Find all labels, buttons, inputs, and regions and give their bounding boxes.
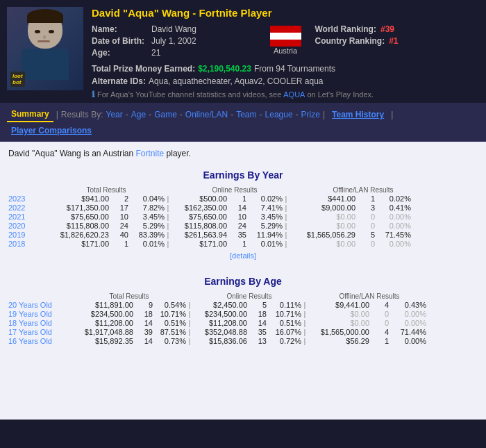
svg-rect-0 <box>270 26 301 33</box>
year-sep2: | <box>283 204 290 212</box>
age-offline-money: $1,565,000.00 <box>308 328 369 336</box>
nav-online-lan[interactable]: Online/LAN <box>185 110 228 119</box>
info-icon: ℹ <box>92 90 95 99</box>
nav-team-history[interactable]: Team History <box>328 108 388 122</box>
age-total-money: $11,208.00 <box>71 319 133 327</box>
year-online-pct: 5.29% <box>246 222 283 230</box>
age-offline-num: 4 <box>369 328 389 336</box>
year-offline-money: $0.00 <box>290 222 355 230</box>
nav-team[interactable]: Team <box>236 110 256 119</box>
year-offline-money: $9,000.00 <box>290 204 355 212</box>
age-offline-pct: 0.00% <box>389 337 426 345</box>
age-sep1: | <box>186 337 193 345</box>
name-value: David Wang <box>151 24 196 34</box>
earnings-by-year-title: Earnings By Year <box>8 169 478 181</box>
age-total-num: 9 <box>133 301 153 309</box>
year-offline-money: $441.00 <box>290 194 355 203</box>
year-total-money: $1,826,620.23 <box>43 231 109 239</box>
age-online-money: $15,836.06 <box>193 337 247 345</box>
age-offline-num: 0 <box>369 310 389 318</box>
year-online-num: 14 <box>227 204 246 212</box>
year-table-row: 2021 $75,650.00 10 3.45% | $75,650.00 10… <box>8 213 478 221</box>
year-online-pct: 3.45% <box>246 213 283 221</box>
year-total-pct: 3.45% <box>128 213 165 221</box>
age-table-row: 19 Years Old $234,500.00 18 10.71% | $23… <box>8 310 478 318</box>
year-offline-money: $0.00 <box>290 213 355 221</box>
player-info: David "Aqua" Wang - Fortnite Player Name… <box>92 7 479 99</box>
year-offline-money: $0.00 <box>290 240 355 248</box>
alt-ids-value: Aqua, aquathecheater, Aquav2, COOLER aqu… <box>149 76 324 86</box>
year-total-pct: 83.39% <box>128 231 165 239</box>
name-label: Name: <box>92 24 147 34</box>
svg-rect-1 <box>270 33 301 40</box>
year-offline-num: 0 <box>355 240 375 248</box>
age-total-money: $15,892.35 <box>71 337 133 345</box>
nav-league[interactable]: League <box>265 110 293 119</box>
age-online-pct: 0.51% <box>267 319 301 327</box>
age-offline-pct: 71.44% <box>389 328 426 336</box>
prize-label: Total Prize Money Earned: <box>92 64 195 74</box>
svg-rect-2 <box>270 40 301 47</box>
year-online-num: 35 <box>227 231 246 239</box>
age-online-header: Online Results <box>194 292 304 300</box>
nav-game[interactable]: Game <box>154 110 177 119</box>
age-total-pct: 10.71% <box>153 310 186 318</box>
year-total-num: 1 <box>109 240 128 248</box>
youtube-link[interactable]: AQUA <box>283 90 305 99</box>
age-table-row: 17 Years Old $1,917,048.88 39 87.51% | $… <box>8 328 478 336</box>
year-online-money: $75,650.00 <box>171 213 227 221</box>
age-cell: 20 Years Old <box>8 301 71 309</box>
nav-summary[interactable]: Summary <box>7 107 53 122</box>
age-sep2: | <box>301 310 308 318</box>
year-sep1: | <box>165 213 171 221</box>
year-sep2: | <box>283 240 290 248</box>
world-ranking-value: #39 <box>380 24 394 34</box>
year-online-pct: 0.02% <box>246 194 283 203</box>
age-sep1: | <box>186 310 193 318</box>
year-total-pct: 0.04% <box>128 194 165 203</box>
age-table-row: 20 Years Old $11,891.00 9 0.54% | $2,450… <box>8 301 478 309</box>
year-online-num: 10 <box>227 213 246 221</box>
age-offline-pct: 0.00% <box>389 319 426 327</box>
year-online-money: $261,563.94 <box>171 231 227 239</box>
age-offline-money: $56.29 <box>308 337 369 345</box>
main-content: David "Aqua" Wang is an Austrian Fortnit… <box>0 142 486 420</box>
year-online-pct: 7.41% <box>246 204 283 212</box>
year-offline-num: 1 <box>355 194 375 203</box>
dob-label: Date of Birth: <box>92 36 147 46</box>
nav-player-comparisons[interactable]: Player Comparisons <box>7 124 96 138</box>
nav-prize[interactable]: Prize <box>301 110 320 119</box>
nav-sep-1: | <box>56 110 58 119</box>
year-details-link[interactable]: [details] <box>230 251 256 260</box>
age-online-pct: 16.07% <box>267 328 301 336</box>
age-offline-pct: 0.43% <box>389 301 426 309</box>
year-cell: 2020 <box>8 222 43 230</box>
year-total-pct: 7.82% <box>128 204 165 212</box>
age-total-money: $1,917,048.88 <box>71 328 133 336</box>
year-offline-num: 3 <box>355 204 375 212</box>
year-total-money: $75,650.00 <box>43 213 109 221</box>
age-offline-pct: 0.00% <box>389 310 426 318</box>
nav-sep-3: | <box>391 110 393 119</box>
country-ranking-label: Country Ranking: <box>315 36 385 46</box>
prize-suffix: From 94 Tournaments <box>254 64 335 74</box>
alt-ids-label: Alternate IDs: <box>92 76 146 86</box>
nav-year[interactable]: Year <box>106 110 123 119</box>
year-sep1: | <box>165 231 171 239</box>
age-total-num: 14 <box>133 337 153 345</box>
year-total-pct: 0.01% <box>128 240 165 248</box>
year-total-money: $171.00 <box>43 240 109 248</box>
fortnite-link[interactable]: Fortnite <box>136 149 165 158</box>
age-online-pct: 0.11% <box>267 301 301 309</box>
year-table-row: 2022 $171,350.00 17 7.82% | $162,350.00 … <box>8 204 478 212</box>
age-sep1: | <box>186 319 193 327</box>
year-online-pct: 11.94% <box>246 231 283 239</box>
year-online-money: $171.00 <box>171 240 227 248</box>
year-offline-num: 0 <box>355 222 375 230</box>
youtube-suffix: on Let's Play Index. <box>307 90 374 99</box>
age-sep2: | <box>301 337 308 345</box>
nav-age[interactable]: Age <box>131 110 146 119</box>
age-sep1: | <box>186 301 193 309</box>
age-table-row: 16 Years Old $15,892.35 14 0.73% | $15,8… <box>8 337 478 345</box>
age-sep2: | <box>301 328 308 336</box>
